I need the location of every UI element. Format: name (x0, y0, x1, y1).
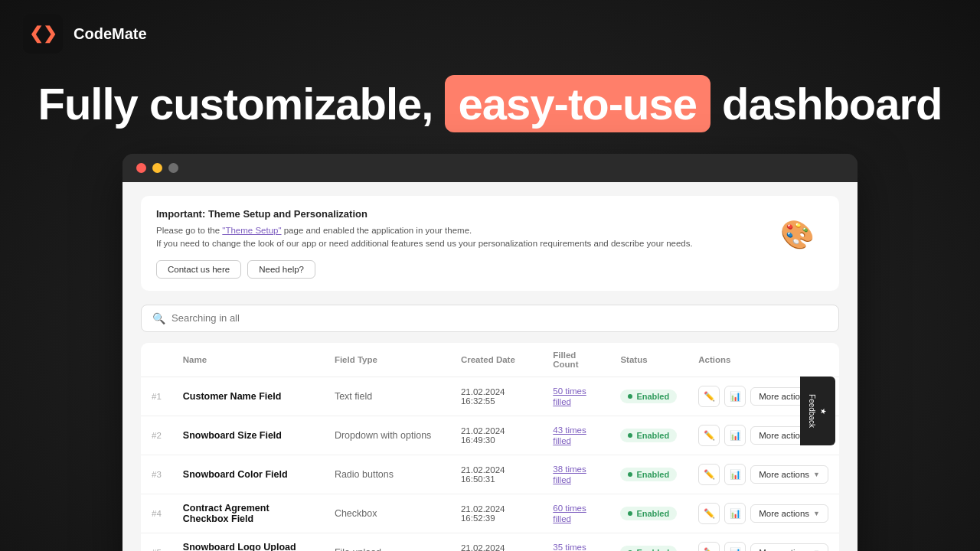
feedback-tab[interactable]: ★ Feedback (800, 377, 835, 445)
status-label: Enabled (636, 431, 669, 440)
more-actions-label: More actions (759, 548, 809, 552)
status-dot (628, 394, 632, 399)
help-button[interactable]: Need help? (247, 260, 315, 279)
row-filled-count[interactable]: 60 times filled (553, 504, 586, 523)
notice-text: Please go to the "Theme Setup" page and … (156, 224, 755, 251)
action-icons: ✏️ 📊 More actions ▼ (698, 542, 828, 552)
more-actions-label: More actions (759, 470, 809, 479)
edit-button[interactable]: ✏️ (698, 464, 720, 485)
action-icons: ✏️ 📊 More actions ▼ (698, 464, 828, 485)
row-field-name: Snowboard Color Field (172, 455, 324, 494)
row-num: #5 (141, 533, 172, 551)
notice-banner: Important: Theme Setup and Personalizati… (141, 196, 839, 291)
more-actions-label: More actions (759, 509, 809, 518)
dot-yellow[interactable] (152, 163, 162, 173)
dot-gray[interactable] (168, 163, 178, 173)
chart-button[interactable]: 📊 (724, 386, 746, 407)
notice-title: Important: Theme Setup and Personalizati… (156, 208, 755, 220)
chevron-down-icon: ▼ (813, 549, 820, 552)
hero-suffix: dashboard (722, 79, 942, 129)
search-bar: 🔍 (141, 305, 839, 332)
table-wrap: Name Field Type Created Date Filled Coun… (141, 343, 839, 552)
search-icon: 🔍 (152, 312, 165, 324)
chart-button[interactable]: 📊 (724, 503, 746, 524)
row-field-type: Radio buttons (324, 455, 450, 494)
row-num: #4 (141, 494, 172, 533)
chart-button[interactable]: 📊 (724, 464, 746, 485)
col-num (141, 343, 172, 377)
notice-line2: If you need to change the look of our ap… (156, 239, 693, 248)
hero-title: Fully customizable, easy-to-use dashboar… (0, 75, 980, 132)
table-row: #2 Snowboard Size Field Dropdown with op… (141, 416, 839, 455)
row-created-date: 21.02.2024 16:52:39 (450, 494, 542, 533)
more-actions-button[interactable]: More actions ▼ (750, 504, 828, 523)
edit-button[interactable]: ✏️ (698, 425, 720, 446)
dot-red[interactable] (136, 163, 146, 173)
row-num: #3 (141, 455, 172, 494)
row-filled-count[interactable]: 38 times filled (553, 465, 586, 484)
chevron-down-icon: ▼ (813, 510, 820, 517)
topbar: ❮❯ CodeMate (0, 0, 980, 67)
hero-prefix: Fully customizable, (38, 79, 433, 129)
col-name: Name (172, 343, 324, 377)
row-field-name: Snowboard Logo Upload Field (172, 533, 324, 551)
notice-buttons: Contact us here Need help? (156, 260, 755, 279)
more-actions-button[interactable]: More actions ▼ (750, 465, 828, 484)
hero-section: Fully customizable, easy-to-use dashboar… (0, 75, 980, 132)
theme-setup-link[interactable]: "Theme Setup" (222, 226, 281, 235)
status-label: Enabled (636, 470, 669, 479)
row-filled-count[interactable]: 43 times filled (553, 425, 586, 445)
row-filled-count[interactable]: 50 times filled (553, 386, 586, 406)
logo-box: ❮❯ (23, 14, 63, 54)
status-badge: Enabled (620, 468, 677, 481)
row-field-type: File upload (324, 533, 450, 551)
col-date: Created Date (450, 343, 542, 377)
notice-illustration: 🎨 (770, 208, 824, 262)
row-field-type: Dropdown with options (324, 416, 450, 455)
row-num: #2 (141, 416, 172, 455)
feedback-label: Feedback (808, 394, 816, 428)
status-dot (628, 511, 632, 516)
col-status: Status (609, 343, 688, 377)
row-field-name: Customer Name Field (172, 377, 324, 416)
status-badge: Enabled (620, 390, 677, 403)
row-created-date: 21.02.2024 16:32:55 (450, 377, 542, 416)
hero-highlight: easy-to-use (445, 75, 710, 132)
row-num: #1 (141, 377, 172, 416)
window-titlebar (122, 154, 858, 182)
contact-button[interactable]: Contact us here (156, 260, 241, 279)
dashboard-window: Important: Theme Setup and Personalizati… (122, 154, 858, 551)
table-row: #4 Contract Agrement Checkbox Field Chec… (141, 494, 839, 533)
edit-button[interactable]: ✏️ (698, 542, 720, 552)
chevron-down-icon: ▼ (813, 471, 820, 478)
search-input[interactable] (172, 312, 828, 324)
table-row: #5 Snowboard Logo Upload Field File uplo… (141, 533, 839, 551)
row-field-name: Snowboard Size Field (172, 416, 324, 455)
table-header: Name Field Type Created Date Filled Coun… (141, 343, 839, 377)
logo-icon: ❮❯ (29, 24, 57, 44)
edit-button[interactable]: ✏️ (698, 386, 720, 407)
col-type: Field Type (324, 343, 450, 377)
table-body: #1 Customer Name Field Text field 21.02.… (141, 377, 839, 551)
row-created-date: 21.02.2024 16:49:30 (450, 416, 542, 455)
fields-table: Name Field Type Created Date Filled Coun… (141, 343, 839, 552)
col-filled: Filled Count (542, 343, 609, 377)
notice-content: Important: Theme Setup and Personalizati… (156, 208, 755, 279)
table-row: #1 Customer Name Field Text field 21.02.… (141, 377, 839, 416)
row-field-type: Text field (324, 377, 450, 416)
status-label: Enabled (636, 392, 669, 401)
status-badge: Enabled (620, 429, 677, 442)
row-field-type: Checkbox (324, 494, 450, 533)
col-actions: Actions (688, 343, 839, 377)
status-badge: Enabled (620, 546, 677, 552)
table-row: #3 Snowboard Color Field Radio buttons 2… (141, 455, 839, 494)
more-actions-button[interactable]: More actions ▼ (750, 543, 828, 552)
chart-button[interactable]: 📊 (724, 542, 746, 552)
brand-name: CodeMate (74, 25, 147, 43)
status-dot (628, 433, 632, 438)
chart-button[interactable]: 📊 (724, 425, 746, 446)
status-label: Enabled (636, 548, 669, 552)
row-filled-count[interactable]: 35 times filled (553, 543, 586, 552)
feedback-star-icon: ★ (819, 408, 828, 415)
edit-button[interactable]: ✏️ (698, 503, 720, 524)
